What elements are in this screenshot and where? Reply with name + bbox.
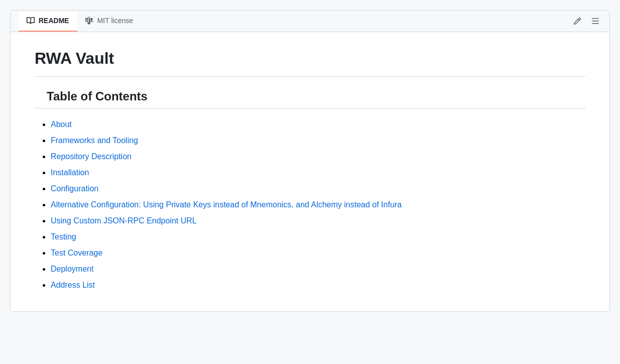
list-item: About <box>51 118 585 131</box>
list-item: Using Custom JSON-RPC Endpoint URL <box>51 215 585 227</box>
edit-icon <box>573 17 581 25</box>
toc-link-deployment[interactable]: Deployment <box>51 265 93 273</box>
list-item: Address List <box>51 279 585 291</box>
list-item: Repository Description <box>51 151 585 163</box>
content-area: RWA Vault Table of Contents About Framew… <box>11 32 609 311</box>
tabs-bar: README MIT license <box>11 11 609 32</box>
toc-section-heading: Table of Contents <box>35 89 585 104</box>
list-item: Configuration <box>51 183 585 195</box>
section-divider <box>35 108 585 108</box>
toc-link-about[interactable]: About <box>51 120 72 129</box>
toc-icon <box>591 17 599 25</box>
toc-button[interactable] <box>589 15 601 27</box>
list-item: Alternative Configuration: Using Private… <box>51 199 585 211</box>
tab-mit-license-label: MIT license <box>97 17 133 25</box>
tab-readme[interactable]: README <box>19 11 77 32</box>
list-item: Frameworks and Tooling <box>51 135 585 147</box>
book-icon <box>27 17 35 25</box>
list-item: Deployment <box>51 263 585 275</box>
scale-icon <box>85 17 93 25</box>
page-title: RWA Vault <box>35 48 585 77</box>
tab-mit-license[interactable]: MIT license <box>77 11 141 32</box>
toc-link-testing[interactable]: Testing <box>51 232 76 241</box>
toc-link-test-coverage[interactable]: Test Coverage <box>51 249 102 257</box>
list-item: Test Coverage <box>51 247 585 259</box>
tab-readme-label: README <box>39 17 69 25</box>
tabs-left: README MIT license <box>19 11 141 32</box>
edit-button[interactable] <box>571 15 583 27</box>
toc-link-installation[interactable]: Installation <box>51 168 89 177</box>
toc-list: About Frameworks and Tooling Repository … <box>35 118 585 291</box>
toc-link-repository[interactable]: Repository Description <box>51 152 132 161</box>
toc-link-configuration[interactable]: Configuration <box>51 184 98 193</box>
toc-link-custom-rpc[interactable]: Using Custom JSON-RPC Endpoint URL <box>51 216 197 225</box>
tabs-right <box>571 15 601 27</box>
readme-container: README MIT license <box>10 10 610 312</box>
toc-link-frameworks[interactable]: Frameworks and Tooling <box>51 136 138 145</box>
toc-link-address-list[interactable]: Address List <box>51 281 95 289</box>
toc-link-alternative-config[interactable]: Alternative Configuration: Using Private… <box>51 200 402 209</box>
toc-heading: Table of Contents <box>47 89 148 104</box>
list-item: Testing <box>51 231 585 243</box>
list-item: Installation <box>51 167 585 179</box>
